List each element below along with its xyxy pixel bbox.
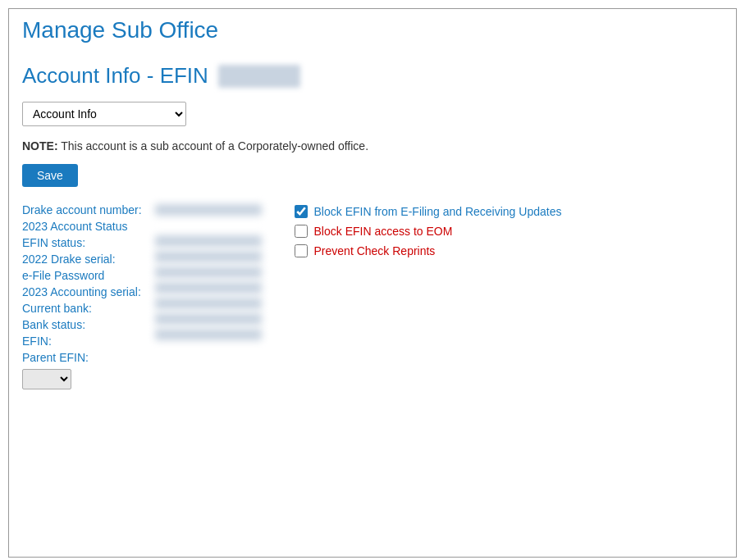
accounting-serial-value: [155, 282, 262, 294]
efin-label: EFIN:: [22, 335, 142, 348]
account-status-label: 2023 Account Status: [22, 220, 142, 233]
bank-status-label: Bank status:: [22, 318, 142, 331]
account-info-title-text: Account Info - EFIN: [22, 63, 208, 89]
account-status-value: [155, 220, 262, 231]
parent-efin-dropdown-row: [22, 369, 262, 389]
account-info-dropdown-row: Account Info Bank Info Contact Info Lice…: [22, 102, 723, 126]
page-container: Manage Sub Office Account Info - EFIN Ac…: [8, 8, 737, 558]
parent-efin-label: Parent EFIN:: [22, 351, 142, 364]
efin-status-value: [155, 235, 262, 247]
page-title: Manage Sub Office: [22, 17, 723, 47]
efin-value: [155, 329, 262, 340]
left-column: Drake account number: 2023 Account Statu…: [22, 203, 262, 389]
checkbox-row-block-eom: Block EFIN access to EOM: [295, 225, 723, 238]
parent-efin-select[interactable]: [22, 369, 71, 389]
checkbox-row-block-efiling: Block EFIN from E-Filing and Receiving U…: [295, 205, 723, 218]
parent-efin-value: [155, 344, 262, 356]
block-efiling-checkbox[interactable]: [295, 205, 308, 218]
prevent-reprints-checkbox[interactable]: [295, 244, 308, 257]
note-label: NOTE:: [22, 139, 58, 153]
efin-status-label: EFIN status:: [22, 236, 142, 249]
fields-with-values: Drake account number: 2023 Account Statu…: [22, 203, 262, 364]
prevent-reprints-label[interactable]: Prevent Check Reprints: [314, 244, 436, 257]
efile-password-value: [155, 266, 262, 278]
values-column: [155, 203, 262, 364]
right-column: Block EFIN from E-Filing and Receiving U…: [295, 203, 723, 389]
account-info-title: Account Info - EFIN: [22, 63, 723, 89]
drake-serial-label: 2022 Drake serial:: [22, 253, 142, 266]
save-button[interactable]: Save: [22, 164, 78, 187]
block-eom-checkbox[interactable]: [295, 225, 308, 238]
account-info-select[interactable]: Account Info Bank Info Contact Info Lice…: [22, 102, 186, 126]
accounting-serial-label: 2023 Accounting serial:: [22, 285, 142, 298]
bank-status-value: [155, 313, 262, 325]
content-area: Drake account number: 2023 Account Statu…: [22, 203, 723, 389]
current-bank-label: Current bank:: [22, 302, 142, 315]
block-efiling-label[interactable]: Block EFIN from E-Filing and Receiving U…: [314, 205, 562, 218]
drake-account-number-value: [155, 204, 262, 216]
note-paragraph: NOTE: This account is a sub account of a…: [22, 139, 723, 153]
block-eom-label[interactable]: Block EFIN access to EOM: [314, 225, 453, 238]
drake-account-number-label: Drake account number:: [22, 203, 142, 216]
drake-serial-value: [155, 251, 262, 262]
efile-password-label: e-File Password: [22, 269, 142, 282]
efin-value-blurred: [218, 65, 300, 88]
current-bank-value: [155, 298, 262, 309]
checkbox-row-prevent-reprints: Prevent Check Reprints: [295, 244, 723, 257]
note-content: This account is a sub account of a Corpo…: [61, 139, 368, 153]
labels-column: Drake account number: 2023 Account Statu…: [22, 203, 147, 364]
